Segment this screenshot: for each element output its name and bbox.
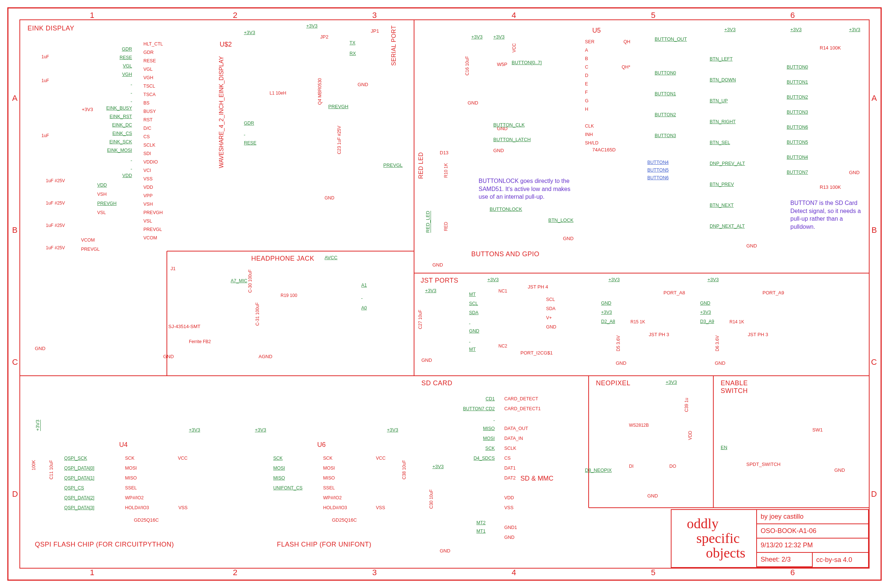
eink-rb-parts: L1 10eH [270, 89, 286, 97]
row-c-l: C [12, 357, 18, 367]
row-a-r: A [871, 93, 877, 103]
eink-caps: 1uF1uF [41, 45, 49, 92]
neo-vdd: VDD [688, 431, 693, 440]
a8-3v3: +3V3 [608, 277, 620, 282]
tb-license: cc-by-sa 4.0 [813, 553, 868, 567]
sd-3v3: +3V3 [432, 464, 444, 469]
col-3-bot: 3 [372, 568, 377, 578]
col-2-bot: 2 [233, 568, 237, 578]
en-sw1: SW1 [812, 427, 823, 433]
jst-block: JST PORTS +3V3 C27 10uF GND +3V3 MT SCL … [418, 277, 869, 372]
eink-title: EINK DISPLAY [27, 24, 74, 32]
en-gnd: GND [834, 467, 845, 473]
u6-pins-r: VCC VSS [376, 453, 386, 513]
u5-pins: SERA BC DE FG H CLKINH SH/LD [585, 38, 599, 147]
qspi-c11: C11 10uF [49, 460, 54, 480]
note-lock: BUTTONLOCK goes directly to the SAMD51. … [479, 177, 581, 201]
eink-rb-parts3: C23 1uF #25V [336, 126, 343, 154]
hp-a1a0: A1 A0 [361, 280, 367, 314]
redled-title: RED LED [418, 152, 424, 179]
inner-frame: 1 2 3 4 5 6 1 2 3 4 5 6 A B C D A B C D … [20, 20, 869, 568]
a8-label: PORT_A8 [664, 290, 685, 296]
hp-c31: C-31 100uF [255, 302, 260, 326]
hp-r19: R19 100 [281, 291, 297, 300]
serial-title: SERIAL PORT [390, 25, 397, 66]
pulls-3v3: +3V3 [790, 27, 802, 32]
a8-d: D5 3.6V [616, 335, 621, 351]
u5-bus: BUTTON[0..7] [512, 60, 542, 65]
eink-part: WAVESHARE_4_2_INCH_EINK_DISPLAY [218, 56, 225, 168]
jst-nc1: NC1 [499, 288, 507, 294]
col-3-top: 3 [372, 10, 377, 20]
eink-rb-3v3: +3V3 [244, 30, 255, 35]
col-2-top: 2 [233, 10, 237, 20]
jst-3v3: +3V3 [425, 288, 436, 293]
u5-part: 74AC165D [592, 147, 616, 153]
u4-part: GD25Q16C [134, 517, 159, 523]
neo-title: NEOPIXEL [596, 380, 631, 387]
row-d-r: D [871, 489, 877, 499]
btn-bus: BUTTON4 BUTTON5 BUTTON6 [647, 159, 668, 182]
btn-lock: BUTTONLOCK [490, 206, 522, 212]
a9-label: PORT_A9 [763, 290, 784, 296]
hp-ferrite: Ferrite FB2 [189, 339, 211, 344]
a9-nets: GND +3V3 D3_A9 [700, 299, 714, 326]
eink-rb-gnd: GND [324, 195, 335, 201]
u5-latch: BUTTON_LATCH [493, 137, 531, 142]
bg-w5p: W5P [497, 62, 507, 67]
en-net: EN [721, 445, 727, 450]
a8-conn: JST PH 3 [649, 332, 669, 337]
col-4-top: 4 [512, 10, 516, 20]
qspi-block: +3V3 +3V3 100K C11 10uF U4 GD25Q16C SCKM… [24, 409, 244, 563]
eink-prevgl: PREVGL [383, 162, 403, 168]
uni-title: FLASH CHIP (FOR UNIFONT) [277, 541, 371, 548]
eink-rb-nets: GDR RESE [244, 118, 256, 148]
a9-d: D6 3.6V [715, 335, 720, 351]
btn-n: BUTTON0 BUTTON1 BUTTON2 BUTTON3 [655, 63, 676, 146]
u4-pins-r: VCC VSS [178, 453, 188, 513]
tb-author: by joey castillo [757, 510, 868, 524]
pulls-r14: R14 100K [820, 45, 841, 51]
redled-r: R10 1K [443, 163, 449, 178]
jst-title: JST PORTS [420, 277, 458, 285]
u6-part: GD25Q16C [332, 517, 357, 523]
hp-title: HEADPHONE JACK [251, 255, 314, 262]
col-4-bot: 4 [512, 568, 516, 578]
sd-title: SD CARD [421, 380, 453, 387]
u5-chip [468, 23, 563, 133]
hp-c30: C-30 100uF [248, 270, 253, 292]
pulls-r13: R13 100K [820, 184, 841, 190]
u5-gnd: GND [493, 148, 504, 153]
btn-gnd: GND [746, 243, 757, 249]
hp-gnd: GND [163, 354, 174, 359]
jst-i2c-pins: SCLSDA V+GND [546, 295, 556, 332]
qspi-3v3b: +3V3 [189, 427, 200, 433]
hp-a7: A7_MIC [231, 278, 247, 284]
sheet-frame: 1 2 3 4 5 6 1 2 3 4 5 6 A B C D A B C D … [8, 8, 881, 580]
u5-pins-r: QH QH* [622, 38, 631, 71]
neo-gnd: GND [647, 493, 658, 498]
jst-i2c-nets: MT SCL SDA GND MT [469, 290, 479, 354]
neo-3v3: +3V3 [666, 380, 677, 385]
serial-block: SERIAL PORT +3V3 JP2 JP1 TXRX GND [299, 23, 413, 100]
serial-3v3: +3V3 [306, 23, 318, 28]
redled-d13: D13 [440, 150, 449, 155]
sd-gnd: GND [440, 548, 451, 554]
bg-gnd1: GND [468, 100, 478, 106]
row-b-l: B [12, 225, 18, 235]
sd-block: SD CARD SD & MMC CARD_DETECTCARD_DETECT1… [418, 380, 583, 563]
neo-pins: DI [629, 463, 634, 470]
u6-pins: SCKMOSI MISOSSEL WP#/IO2HOLD#/IO3 [323, 453, 347, 513]
btn-switches: BTN_LEFT BTN_DOWN BTN_UP BTN_RIGHT BTN_S… [710, 49, 745, 237]
note-sd: BUTTON7 is the SD Card Detect signal, so… [790, 199, 867, 231]
pulls-3v3b: +3V3 [849, 27, 860, 32]
eink-prevgh: PREVGH [328, 104, 348, 109]
tb-date: 9/13/20 12:32 PM [757, 538, 868, 553]
redled-block: RED LED D13 R10 1K RED_LED RED GND [418, 148, 462, 270]
sd-nets: CD1BUTTON7 CD2 MISOMOSI SCKD4_SDCS [440, 394, 495, 463]
redled-gnd: GND [432, 262, 443, 268]
u4-ref: U4 [119, 441, 128, 449]
u6-ref: U6 [317, 441, 326, 449]
row-c-r: C [871, 357, 877, 367]
bg-3v3a: +3V3 [471, 34, 483, 40]
